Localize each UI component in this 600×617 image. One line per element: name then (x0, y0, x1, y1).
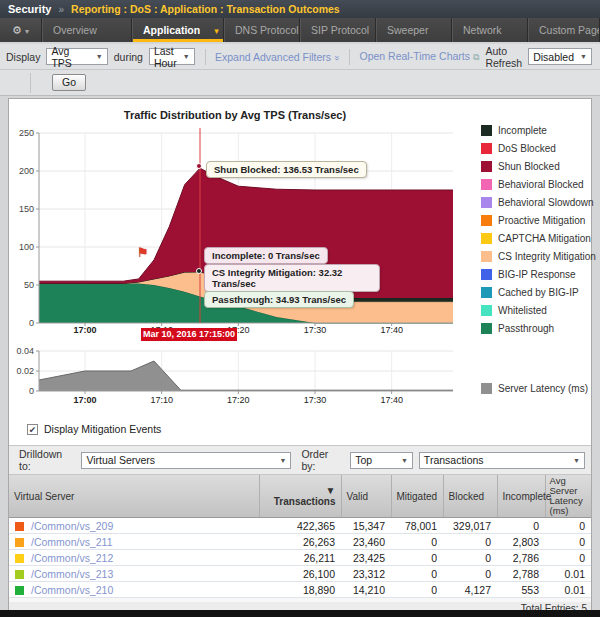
latency-area-chart: 00.020.0417:0017:1017:2017:3017:40 (9, 345, 461, 409)
footer-bar (0, 610, 600, 617)
svg-text:0: 0 (29, 386, 34, 396)
filter-controls-bar: Display Avg TPS ▼ during Last Hour ▼ Exp… (0, 44, 600, 70)
svg-text:0.04: 0.04 (16, 346, 34, 356)
svg-text:17:40: 17:40 (380, 395, 403, 405)
time-cursor-label: Mar 10, 2016 17:15:00 (141, 328, 237, 341)
tab-application[interactable]: Application▾ (132, 18, 224, 42)
svg-text:17:00: 17:00 (73, 325, 96, 335)
drilldown-label: Drilldown to: (19, 448, 75, 472)
svg-text:0: 0 (29, 318, 34, 328)
report-panel: Traffic Distribution by Avg TPS (Trans/s… (8, 98, 592, 612)
col-mitigated[interactable]: Mitigated (391, 475, 443, 518)
legend-swatch (481, 143, 492, 154)
col-virtual-server[interactable]: Virtual Server (9, 475, 259, 518)
legend-item: CS Integrity Mitigation (481, 247, 591, 265)
go-button[interactable]: Go (52, 74, 86, 91)
legend-item: CAPTCHA Mitigation (481, 229, 591, 247)
select-arrow-icon: ▼ (280, 457, 287, 464)
legend-item: BIG-IP Response (481, 265, 591, 283)
select-arrow-icon: ▼ (96, 53, 103, 60)
gear-icon: ⚙ (12, 24, 22, 36)
auto-refresh-label: Auto Refresh (485, 45, 522, 69)
tooltip-shun-blocked: Shun Blocked: 136.53 Trans/sec (206, 161, 367, 178)
col-incomplete[interactable]: Incomplete (497, 475, 545, 518)
tab-network[interactable]: Network (452, 18, 528, 42)
svg-text:17:10: 17:10 (150, 395, 173, 405)
display-label: Display (6, 51, 40, 63)
drilldown-bar: Drilldown to: Virtual Servers ▼ Order by… (9, 445, 591, 475)
svg-text:17:20: 17:20 (227, 395, 250, 405)
svg-text:17:30: 17:30 (304, 395, 327, 405)
tab-custom-page[interactable]: Custom Page (528, 18, 600, 42)
tab-sip-protocol[interactable]: SIP Protocol (300, 18, 376, 42)
order-top-select[interactable]: Top ▼ (350, 452, 413, 469)
svg-text:17:30: 17:30 (304, 325, 327, 335)
legend-swatch (481, 215, 492, 226)
legend-swatch (481, 269, 492, 280)
chevron-down-icon: ▾ (214, 26, 219, 36)
legend-item: Behavioral Blocked (481, 175, 591, 193)
tab-sweeper[interactable]: Sweeper (376, 18, 452, 42)
legend-swatch (481, 125, 492, 136)
open-realtime-charts-link[interactable]: Open Real-Time Charts⧉ (360, 50, 480, 63)
legend-item: Incomplete (481, 121, 591, 139)
tab-overview[interactable]: Overview (42, 18, 132, 42)
virtual-server-link[interactable]: /Common/vs_213 (31, 568, 113, 580)
series-color-swatch (15, 586, 24, 595)
svg-text:0.02: 0.02 (16, 366, 34, 376)
legend-item: Whitelisted (481, 301, 591, 319)
legend-swatch (481, 161, 492, 172)
mitigation-event-flag-icon: ⚑ (137, 245, 149, 260)
table-row: /Common/vs_213 26,100 23,312 0 0 2,788 0… (9, 566, 591, 582)
virtual-server-link[interactable]: /Common/vs_211 (31, 536, 113, 548)
tooltip-incomplete: Incomplete: 0 Trans/sec (204, 247, 328, 264)
divider (30, 73, 31, 93)
mitigation-events-checkbox[interactable]: ✔ (27, 424, 38, 435)
legend-item: Behavioral Slowdown (481, 193, 591, 211)
svg-text:200: 200 (19, 166, 34, 176)
tooltip-cs-integrity: CS Integrity Mitigation: 32.32 Trans/sec (204, 264, 380, 292)
tab-bar: ⚙ ▾ Overview Application▾ DNS Protocol S… (0, 18, 600, 42)
expand-advanced-filters-link[interactable]: Expand Advanced Filters» (215, 51, 339, 63)
virtual-servers-table: Virtual Server ▼ Transactions Valid Miti… (9, 475, 591, 614)
drilldown-select[interactable]: Virtual Servers ▼ (81, 452, 291, 469)
col-blocked[interactable]: Blocked (443, 475, 497, 518)
table-row: /Common/vs_209 422,365 15,347 78,001 329… (9, 518, 591, 534)
select-arrow-icon: ▼ (580, 53, 587, 60)
col-transactions[interactable]: ▼ Transactions (259, 475, 341, 518)
breadcrumb-separator-icon: » (58, 4, 64, 15)
svg-text:250: 250 (19, 128, 34, 138)
tab-dns-protocol[interactable]: DNS Protocol (224, 18, 300, 42)
legend-item: DoS Blocked (481, 139, 591, 157)
chart-title: Traffic Distribution by Avg TPS (Trans/s… (9, 109, 461, 121)
breadcrumb-app: Security (8, 3, 51, 15)
svg-text:100: 100 (19, 242, 34, 252)
legend-item: Passthrough (481, 319, 591, 337)
virtual-server-link[interactable]: /Common/vs_210 (31, 584, 113, 596)
virtual-server-link[interactable]: /Common/vs_209 (31, 520, 113, 532)
during-select[interactable]: Last Hour ▼ (149, 48, 195, 65)
order-column-select[interactable]: Transactions ▼ (419, 452, 585, 469)
auto-refresh-select[interactable]: Disabled ▼ (528, 48, 592, 65)
legend-item: Cached by BIG-IP (481, 283, 591, 301)
display-mitigation-events-row: ✔ Display Mitigation Events (27, 423, 161, 435)
datapoint-marker (196, 163, 202, 169)
latency-legend: Server Latency (ms) (481, 379, 591, 397)
datapoint-marker (196, 268, 202, 274)
mitigation-events-label: Display Mitigation Events (44, 423, 161, 435)
settings-gear-button[interactable]: ⚙ ▾ (0, 18, 42, 42)
external-link-icon: ⧉ (473, 52, 479, 62)
table-row: /Common/vs_211 26,263 23,460 0 0 2,803 0 (9, 534, 591, 550)
during-label: during (114, 51, 143, 63)
legend-item: Shun Blocked (481, 157, 591, 175)
col-valid[interactable]: Valid (341, 475, 391, 518)
go-bar: Go (0, 70, 600, 96)
col-avg-server-latency[interactable]: Avg Server Latency (ms) (545, 475, 591, 518)
breadcrumb-path: Reporting : DoS : Application : Transact… (71, 3, 340, 15)
sort-desc-icon: ▼ (326, 485, 336, 496)
display-select[interactable]: Avg TPS ▼ (46, 48, 107, 65)
select-arrow-icon: ▼ (573, 457, 580, 464)
expand-chevron-icon: » (332, 55, 342, 60)
select-arrow-icon: ▼ (183, 53, 190, 60)
virtual-server-link[interactable]: /Common/vs_212 (31, 552, 113, 564)
